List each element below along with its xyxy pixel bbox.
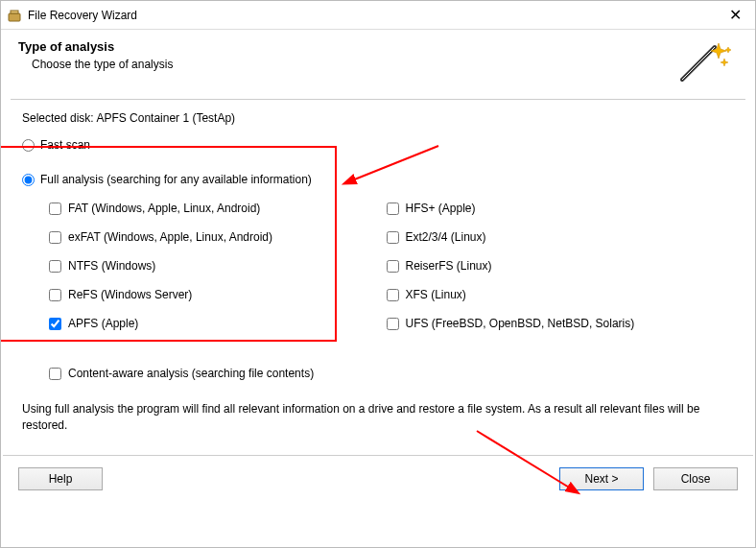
close-button[interactable]: Close xyxy=(653,467,738,490)
checkbox-fs-left-0-input[interactable] xyxy=(49,203,61,215)
checkbox-fs-left-1[interactable]: exFAT (Windows, Apple, Linux, Android) xyxy=(49,230,381,244)
checkbox-content-aware-input[interactable] xyxy=(49,368,61,380)
checkbox-fs-left-3[interactable]: ReFS (Windows Server) xyxy=(49,288,381,301)
svg-marker-6 xyxy=(725,47,731,53)
checkbox-fs-left-2-label: NTFS (Windows) xyxy=(68,259,155,273)
window-title: File Recovery Wizard xyxy=(28,9,723,22)
checkbox-fs-right-2-label: ReiserFS (Linux) xyxy=(406,259,492,273)
checkbox-fs-right-1-label: Ext2/3/4 (Linux) xyxy=(406,230,486,244)
svg-rect-1 xyxy=(11,11,18,13)
checkbox-fs-left-0-label: FAT (Windows, Apple, Linux, Android) xyxy=(68,202,260,215)
checkbox-content-aware-label: Content-aware analysis (searching file c… xyxy=(68,367,314,380)
help-button[interactable]: Help xyxy=(18,467,103,490)
radio-fast-scan-input[interactable] xyxy=(22,139,35,152)
checkbox-fs-left-3-label: ReFS (Windows Server) xyxy=(68,288,192,301)
close-icon[interactable]: ✕ xyxy=(723,8,747,23)
checkbox-fs-right-1[interactable]: Ext2/3/4 (Linux) xyxy=(387,230,739,244)
page-subtitle: Choose the type of analysis xyxy=(32,58,676,71)
checkbox-fs-right-3-input[interactable] xyxy=(387,289,399,301)
header: Type of analysis Choose the type of anal… xyxy=(1,30,755,99)
radio-fast-scan[interactable]: Fast scan xyxy=(22,138,738,152)
radio-full-analysis[interactable]: Full analysis (searching for any availab… xyxy=(22,173,738,186)
checkbox-fs-left-2[interactable]: NTFS (Windows) xyxy=(49,259,381,273)
svg-rect-0 xyxy=(9,13,20,21)
help-button-label: Help xyxy=(49,472,73,486)
checkbox-content-aware[interactable]: Content-aware analysis (searching file c… xyxy=(49,367,738,380)
checkbox-fs-right-3[interactable]: XFS (Linux) xyxy=(387,288,739,301)
checkbox-fs-left-0[interactable]: FAT (Windows, Apple, Linux, Android) xyxy=(49,202,381,215)
wizard-icon xyxy=(676,39,732,85)
page-title: Type of analysis xyxy=(18,39,676,54)
description-text: Using full analysis the program will fin… xyxy=(22,401,732,434)
checkbox-fs-right-0-input[interactable] xyxy=(387,203,399,215)
selected-disk-label: Selected disk: APFS Container 1 (TestAp) xyxy=(22,111,738,125)
radio-full-analysis-input[interactable] xyxy=(22,174,35,186)
filesystem-options: FAT (Windows, Apple, Linux, Android)exFA… xyxy=(22,194,738,345)
checkbox-fs-left-1-input[interactable] xyxy=(49,231,61,244)
checkbox-fs-left-3-input[interactable] xyxy=(49,289,61,301)
checkbox-fs-right-0[interactable]: HFS+ (Apple) xyxy=(387,202,739,215)
checkbox-fs-right-3-label: XFS (Linux) xyxy=(406,288,466,301)
titlebar: File Recovery Wizard ✕ xyxy=(1,1,755,30)
checkbox-fs-right-2[interactable]: ReiserFS (Linux) xyxy=(387,259,739,273)
checkbox-fs-left-4[interactable]: APFS (Apple) xyxy=(49,317,381,330)
checkbox-fs-left-2-input[interactable] xyxy=(49,260,61,273)
button-bar: Help Next > Close xyxy=(1,456,755,504)
radio-fast-scan-label: Fast scan xyxy=(40,138,90,152)
svg-marker-4 xyxy=(711,43,726,59)
next-button[interactable]: Next > xyxy=(559,467,644,490)
checkbox-fs-right-0-label: HFS+ (Apple) xyxy=(406,202,476,215)
checkbox-fs-right-2-input[interactable] xyxy=(387,260,399,273)
radio-full-analysis-label: Full analysis (searching for any availab… xyxy=(40,173,312,186)
checkbox-fs-left-4-input[interactable] xyxy=(49,318,61,330)
content-area: Selected disk: APFS Container 1 (TestAp)… xyxy=(1,100,755,441)
app-icon xyxy=(7,8,22,23)
close-button-label: Close xyxy=(681,472,711,486)
checkbox-fs-left-4-label: APFS (Apple) xyxy=(68,317,138,330)
checkbox-fs-left-1-label: exFAT (Windows, Apple, Linux, Android) xyxy=(68,230,272,244)
next-button-label: Next > xyxy=(584,472,618,486)
checkbox-fs-right-1-input[interactable] xyxy=(387,231,399,244)
svg-marker-5 xyxy=(721,59,728,66)
checkbox-fs-right-4-input[interactable] xyxy=(387,318,399,330)
checkbox-fs-right-4-label: UFS (FreeBSD, OpenBSD, NetBSD, Solaris) xyxy=(406,317,635,330)
checkbox-fs-right-4[interactable]: UFS (FreeBSD, OpenBSD, NetBSD, Solaris) xyxy=(387,317,739,330)
svg-line-3 xyxy=(682,47,715,80)
